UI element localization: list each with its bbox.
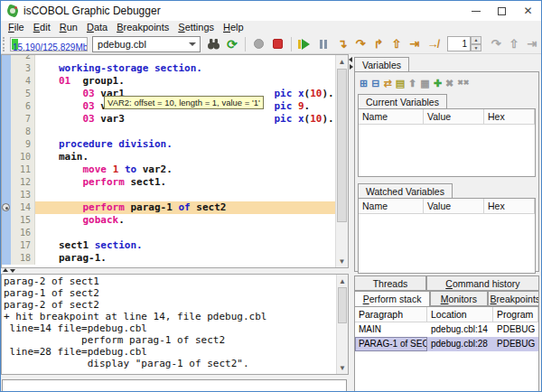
scroll-down-icon[interactable]: ▼ bbox=[337, 361, 348, 374]
menu-edit[interactable]: Edit bbox=[29, 21, 55, 34]
breakpoint-margin[interactable] bbox=[2, 75, 11, 88]
step-count-value[interactable]: 1 bbox=[447, 36, 471, 51]
code-line-4[interactable]: 401 group1. bbox=[2, 75, 335, 88]
code-line-10[interactable]: 10main. bbox=[2, 151, 335, 163]
column-header-value[interactable]: Value bbox=[424, 199, 484, 214]
tab-watched-variables[interactable]: Watched Variables bbox=[358, 183, 453, 198]
tab-current-variables[interactable]: Current Variables bbox=[358, 94, 447, 108]
breakpoint-margin[interactable] bbox=[2, 176, 11, 189]
menu-file[interactable]: File bbox=[4, 21, 29, 34]
step-return-icon[interactable]: ⇧ bbox=[388, 36, 406, 52]
scroll-up-icon[interactable]: ▲ bbox=[336, 55, 348, 68]
column-header-name[interactable]: Name bbox=[359, 109, 424, 125]
vertical-splitter[interactable] bbox=[349, 54, 354, 391]
breakpoint-margin[interactable] bbox=[2, 138, 11, 151]
spinner-up-button[interactable]: ▲ bbox=[471, 36, 481, 44]
current-variables-table[interactable]: NameValueHex bbox=[358, 108, 536, 177]
step-over-icon[interactable]: ↷ bbox=[351, 36, 369, 52]
code-line-8[interactable]: 8 bbox=[2, 126, 335, 138]
code-line-13[interactable]: 13 bbox=[2, 189, 335, 201]
code-line-12[interactable]: 12 perform sect1. bbox=[2, 176, 335, 189]
close-button[interactable]: ✕ bbox=[515, 1, 541, 21]
column-header-program[interactable]: Program bbox=[493, 307, 538, 322]
breakpoint-margin[interactable] bbox=[2, 189, 11, 201]
breakpoint-margin[interactable] bbox=[2, 252, 11, 265]
add-watch-icon[interactable]: ✚ bbox=[434, 79, 442, 89]
tab-command-history[interactable]: Command history bbox=[426, 275, 539, 291]
toolbar-grip[interactable] bbox=[3, 37, 6, 51]
breakpoint-margin[interactable] bbox=[2, 62, 11, 75]
table-row[interactable]: MAINpdebug.cbl:14PDEBUG bbox=[355, 322, 538, 337]
table-cell[interactable]: PDEBUG bbox=[493, 337, 538, 351]
skip-statement-icon[interactable]: ↛ bbox=[424, 36, 442, 52]
breakpoint-margin[interactable] bbox=[2, 163, 11, 176]
console-scrollbar-thumb[interactable] bbox=[338, 287, 347, 323]
breakpoint-margin[interactable] bbox=[2, 214, 11, 227]
console-scrollbar[interactable]: ▲ ▼ bbox=[336, 275, 348, 374]
editor-scrollbar[interactable]: ▲ ▼ bbox=[335, 55, 348, 267]
watched-variables-table[interactable]: NameValueHex bbox=[358, 198, 536, 274]
breakpoint-margin[interactable] bbox=[2, 126, 11, 138]
table-cell[interactable]: PDEBUG bbox=[493, 322, 538, 337]
code-line-18[interactable]: 18parag-1. bbox=[2, 252, 335, 265]
stop-button[interactable] bbox=[269, 36, 286, 52]
save-variables-icon[interactable]: ▤ bbox=[396, 79, 405, 89]
menu-data[interactable]: Data bbox=[82, 21, 112, 34]
table-cell[interactable]: pdebug.cbl:28 bbox=[427, 337, 493, 351]
scroll-up-icon[interactable]: ▲ bbox=[337, 275, 348, 287]
breakpoint-margin[interactable] bbox=[2, 239, 11, 252]
minimize-button[interactable] bbox=[463, 1, 489, 21]
table-row[interactable]: PARAG-1 of SECT2pdebug.cbl:28PDEBUG bbox=[355, 337, 538, 351]
editor-scrollbar-thumb[interactable] bbox=[337, 69, 347, 222]
column-header-hex[interactable]: Hex bbox=[484, 109, 535, 125]
column-header-value[interactable]: Value bbox=[424, 109, 484, 125]
breakpoint-margin[interactable] bbox=[2, 227, 11, 239]
restart-button[interactable]: ⟳ bbox=[224, 36, 241, 52]
continue-button[interactable] bbox=[296, 36, 313, 52]
command-input[interactable] bbox=[2, 379, 347, 392]
column-header-paragraph[interactable]: Paragraph bbox=[355, 307, 427, 322]
chevron-down-icon[interactable] bbox=[185, 42, 200, 46]
expand-all-icon[interactable]: ⊞ bbox=[360, 79, 368, 89]
code-area[interactable]: 23working-storage section.401 group1.5 0… bbox=[2, 55, 335, 267]
step-out-icon[interactable]: ↱ bbox=[369, 36, 388, 52]
maximize-button[interactable] bbox=[489, 1, 515, 21]
column-header-hex[interactable]: Hex bbox=[484, 199, 535, 214]
breakpoint-margin[interactable] bbox=[2, 55, 11, 62]
column-header-location[interactable]: Location bbox=[427, 307, 493, 322]
table-cell[interactable]: PARAG-1 of SECT2 bbox=[355, 337, 427, 351]
code-line-14[interactable]: 14 perform parag-1 of sect2 bbox=[2, 201, 335, 214]
menu-help[interactable]: Help bbox=[219, 21, 248, 34]
step-count-spinner[interactable]: 1 ▲ ▼ bbox=[447, 36, 481, 51]
remove-all-watches-icon[interactable]: ✖✖ bbox=[457, 79, 469, 87]
scroll-down-icon[interactable]: ▼ bbox=[336, 255, 348, 267]
code-line-2[interactable]: 2 bbox=[2, 55, 335, 62]
menu-breakpoints[interactable]: Breakpoints bbox=[112, 21, 173, 34]
table-cell[interactable]: MAIN bbox=[355, 322, 427, 337]
breakpoint-margin[interactable] bbox=[2, 151, 11, 163]
column-header-name[interactable]: Name bbox=[359, 199, 424, 214]
remove-watch-icon[interactable]: ✖ bbox=[445, 79, 453, 89]
tab-monitors[interactable]: Monitors bbox=[430, 291, 488, 306]
collapse-all-icon[interactable]: ⊟ bbox=[371, 79, 379, 89]
menu-settings[interactable]: Settings bbox=[173, 21, 219, 34]
code-line-17[interactable]: 17sect1 section. bbox=[2, 239, 335, 252]
menu-run[interactable]: Run bbox=[55, 21, 82, 34]
pause-button[interactable] bbox=[314, 36, 332, 52]
breakpoint-margin[interactable] bbox=[2, 113, 11, 126]
parent-group-icon[interactable]: ⬆ bbox=[408, 79, 416, 89]
tab-perform-stack[interactable]: Perform stack bbox=[354, 291, 430, 306]
breakpoint-margin[interactable] bbox=[2, 88, 11, 100]
program-selector[interactable]: pdebug.cbl bbox=[92, 36, 201, 52]
perform-stack-table[interactable]: ParagraphLocationProgram MAINpdebug.cbl:… bbox=[354, 306, 539, 392]
code-editor[interactable]: 23working-storage section.401 group1.5 0… bbox=[1, 54, 349, 268]
table-cell[interactable]: pdebug.cbl:14 bbox=[427, 322, 493, 337]
code-line-11[interactable]: 11 move 1 to var2. bbox=[2, 163, 335, 176]
run-to-cursor-icon[interactable]: ⇥ bbox=[406, 36, 424, 52]
tab-variables[interactable]: Variables bbox=[354, 57, 409, 71]
find-button[interactable] bbox=[205, 36, 222, 52]
code-line-3[interactable]: 3working-storage section. bbox=[2, 62, 335, 75]
monitor-variable-icon[interactable]: ▦ bbox=[420, 79, 429, 89]
tab-threads[interactable]: Threads bbox=[354, 275, 426, 291]
breakpoint-margin[interactable] bbox=[2, 100, 11, 113]
